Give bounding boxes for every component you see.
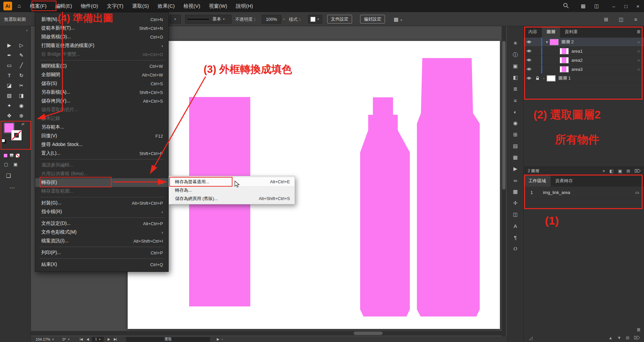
menu-item-document-setup[interactable]: 文件設定(D)...Alt+Ctrl+P xyxy=(35,219,168,228)
paragraph-panel-icon[interactable]: ¶ xyxy=(507,234,523,241)
layer-row-area1[interactable]: area1 ○ xyxy=(524,47,644,56)
eye-icon[interactable] xyxy=(524,58,534,62)
next-artboard-icon[interactable]: ▶ xyxy=(108,337,110,341)
preferences-button[interactable]: 偏好設定 xyxy=(360,15,385,23)
curvature-tool[interactable]: ✎ xyxy=(15,52,28,59)
rotate-tool[interactable]: ↻ xyxy=(15,72,28,79)
object-name[interactable]: area3 xyxy=(571,67,583,72)
more-tools-icon[interactable]: ⋯ xyxy=(9,185,15,191)
menu-item-package[interactable]: 封裝(G)...Alt+Shift+Ctrl+P xyxy=(35,199,168,207)
tab-layers[interactable]: 圖層 xyxy=(542,26,560,38)
menu-file[interactable]: 檔案(F) xyxy=(26,0,51,12)
menu-item-save-as-template[interactable]: 另存範本... xyxy=(35,123,168,132)
menu-item-close[interactable]: 關閉檔案(C)Ctrl+W xyxy=(35,62,168,70)
swap-fill-stroke-icon[interactable]: ⇄ xyxy=(22,122,24,126)
menu-select[interactable]: 選取(S) xyxy=(128,0,153,12)
menu-item-open-recent[interactable]: 打開最近使用過的檔案(F)› xyxy=(35,41,168,50)
toolbar-collapse-icon[interactable]: « xyxy=(26,28,28,32)
resize-grip-icon[interactable]: ◿ xyxy=(529,335,532,340)
default-fill-stroke-icon[interactable] xyxy=(2,139,5,142)
zoom-tool[interactable]: ⊕ xyxy=(15,112,28,119)
menu-item-close-all[interactable]: 全部關閉Alt+Ctrl+W xyxy=(35,70,168,79)
rotation-value[interactable]: 0°▾ xyxy=(62,337,70,341)
delete-layer-icon[interactable]: ⌦ xyxy=(635,168,641,174)
stroke-panel-icon[interactable]: ≡ xyxy=(507,97,523,104)
menu-item-new[interactable]: 新增(N)...Ctrl+N xyxy=(35,15,168,24)
draw-behind-icon[interactable]: ▣ xyxy=(13,162,17,167)
draw-normal-icon[interactable]: ▢ xyxy=(4,162,8,167)
menu-item-exit[interactable]: 結束(X)Ctrl+Q xyxy=(35,260,168,269)
symbols-panel-icon[interactable]: ▩ xyxy=(507,188,523,195)
menu-item-save-as[interactable]: 另存新檔(A)...Shift+Ctrl+S xyxy=(35,88,168,97)
align-panel-icon[interactable]: ✢ xyxy=(507,199,523,207)
move-down-icon[interactable]: ▼ xyxy=(617,335,621,340)
new-artboard-icon[interactable]: ⊞ xyxy=(626,335,630,340)
search-icon[interactable] xyxy=(560,3,571,9)
delete-artboard-icon[interactable]: ⌦ xyxy=(634,335,640,340)
tab-libraries[interactable]: 資料庫 xyxy=(560,26,583,38)
graphic-styles-panel-icon[interactable]: ▤ xyxy=(507,142,523,150)
menu-item-save[interactable]: 儲存(S)Ctrl+S xyxy=(35,79,168,88)
gradient-mode-chip[interactable] xyxy=(9,153,14,158)
layer-row-area3[interactable]: area3 ○ xyxy=(524,65,644,74)
align-options-icon[interactable]: ▩▾ xyxy=(394,16,402,22)
submenu-item-export-for-screens[interactable]: 轉存為螢幕適用...Alt+Ctrl+E xyxy=(169,178,295,186)
menu-help[interactable]: 說明(H) xyxy=(231,0,257,12)
color-mode-chip[interactable] xyxy=(3,153,8,158)
menu-effect[interactable]: 效果(C) xyxy=(153,0,179,12)
direct-selection-tool[interactable]: ▷ xyxy=(15,42,28,49)
artboards-panel-menu-icon[interactable]: ≣ xyxy=(637,327,641,332)
menu-item-new-from-template[interactable]: 從範本新增(T)...Shift+Ctrl+N xyxy=(35,24,168,33)
menu-window[interactable]: 視窗(W) xyxy=(205,0,231,12)
menu-item-print[interactable]: 列印(P)...Ctrl+P xyxy=(35,248,168,257)
expand-icon[interactable]: ▼ xyxy=(544,40,550,44)
none-mode-chip[interactable] xyxy=(15,153,20,158)
type-tool[interactable]: T xyxy=(3,72,15,79)
layers-panel-menu-icon[interactable]: ≣ xyxy=(637,29,641,34)
links-panel-icon[interactable]: ∞ xyxy=(507,177,523,184)
clipping-mask-icon[interactable]: ◧ xyxy=(609,168,613,174)
menu-type[interactable]: 文字(T) xyxy=(102,0,128,12)
stroke-preset-dropdown[interactable]: 基本 ▾ xyxy=(185,15,231,23)
eraser-tool[interactable]: ◪ xyxy=(3,82,15,89)
blend-tool[interactable]: ◉ xyxy=(15,102,28,109)
last-artboard-icon[interactable]: ▶| xyxy=(114,337,117,341)
eye-icon[interactable] xyxy=(524,77,534,80)
eyedropper-tool[interactable]: ✦ xyxy=(3,102,15,109)
locate-object-icon[interactable]: ⌖ xyxy=(603,168,605,174)
minimize-button[interactable]: – xyxy=(608,0,620,12)
menu-item-file-info[interactable]: 檔案資訊(I)...Alt+Shift+Ctrl+I xyxy=(35,237,168,245)
home-icon[interactable]: ⌂ xyxy=(17,3,21,9)
menu-item-document-color-mode[interactable]: 文件色彩模式(M)› xyxy=(35,228,168,237)
gradient-tool[interactable]: ◨ xyxy=(15,92,28,99)
panel-toggle-icon[interactable]: ◫ xyxy=(619,16,624,22)
new-layer-icon[interactable]: ⊞ xyxy=(627,168,630,174)
menu-item-save-copy[interactable]: 儲存拷貝(Y)...Alt+Ctrl+S xyxy=(35,97,168,105)
zoom-level[interactable]: 104.17%▾ xyxy=(36,337,54,341)
menu-item-open[interactable]: 開啟舊檔(O)...Ctrl+O xyxy=(35,33,168,41)
menu-object[interactable]: 物件(O) xyxy=(76,0,102,12)
eye-icon[interactable] xyxy=(524,40,534,44)
horizontal-scrollbar-thumb[interactable] xyxy=(354,332,383,335)
shape-builder-tool[interactable]: ▧ xyxy=(3,92,15,99)
layer-name[interactable]: 圖層 2 xyxy=(561,39,574,45)
line-segment-tool[interactable]: ╱ xyxy=(15,62,28,69)
first-artboard-icon[interactable]: |◀ xyxy=(80,337,82,341)
status-play-icon[interactable]: ▶ xyxy=(217,337,219,341)
rectangle-tool[interactable]: ▭ xyxy=(3,62,15,69)
selection-tool[interactable]: ▶ xyxy=(3,42,15,49)
swatches-panel-icon[interactable]: ⊞ xyxy=(507,131,523,138)
libraries-panel-icon[interactable]: ◧ xyxy=(507,74,523,81)
eye-icon[interactable] xyxy=(524,49,534,53)
tab-properties[interactable]: 內容 xyxy=(524,26,542,38)
workspace-switcher-icon[interactable]: ▦ xyxy=(577,3,589,9)
object-name[interactable]: area2 xyxy=(571,58,583,63)
menu-edit[interactable]: 編輯(E) xyxy=(51,0,76,12)
swatches-quick-icon[interactable]: ⊞ xyxy=(604,16,608,22)
hand-tool[interactable]: ✥ xyxy=(3,112,15,119)
horizontal-scrollbar[interactable] xyxy=(31,331,502,336)
target-circle-icon[interactable]: ○ xyxy=(637,49,640,54)
layer-name[interactable]: 圖層 1 xyxy=(558,75,571,81)
close-button[interactable]: × xyxy=(632,0,644,12)
vertical-scrollbar[interactable] xyxy=(502,26,506,336)
